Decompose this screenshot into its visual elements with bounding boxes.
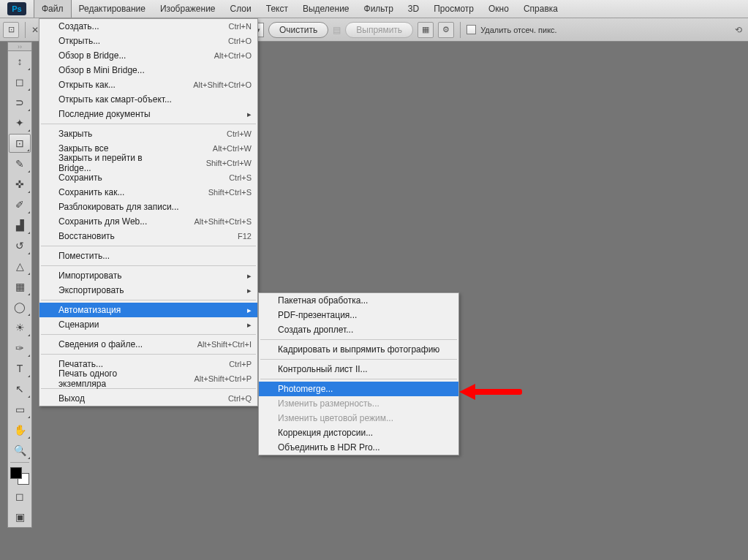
- file-menu-item-4[interactable]: Открыть как...Alt+Shift+Ctrl+O: [39, 77, 257, 92]
- file-menu-item-1[interactable]: Открыть...Ctrl+O: [39, 34, 257, 48]
- crop-mode-icon[interactable]: ✕: [31, 25, 39, 35]
- straighten-button[interactable]: Выпрямить: [345, 22, 413, 38]
- settings-gear-icon[interactable]: ⚙: [438, 22, 454, 38]
- zoom-tool[interactable]: 🔍: [9, 441, 31, 460]
- quickmask-toggle[interactable]: ◻: [9, 487, 31, 506]
- menu-item-shortcut: Alt+Shift+Ctrl+O: [164, 80, 252, 89]
- menu-item-label: Разблокировать для записи...: [58, 202, 179, 212]
- file-menu-item-6[interactable]: Последние документы: [39, 107, 257, 121]
- auto-menu-item-0[interactable]: Пакетная обработка...: [259, 293, 458, 308]
- history-brush-tool[interactable]: ↺: [9, 236, 31, 255]
- shape-tool[interactable]: ▭: [9, 400, 31, 419]
- menu-separator: [41, 354, 256, 355]
- grid-overlay-icon[interactable]: ▦: [418, 22, 434, 38]
- auto-menu-item-9: Изменить размерность...: [259, 396, 458, 411]
- auto-menu-item-4[interactable]: Кадрировать и выпрямить фотографию: [259, 342, 458, 357]
- menu-справка[interactable]: Справка: [516, 0, 565, 18]
- auto-menu-item-8[interactable]: Photomerge...: [259, 382, 458, 396]
- crop-tool[interactable]: ⊡: [9, 134, 31, 153]
- straighten-icon: ▤: [333, 25, 341, 35]
- file-menu-item-25[interactable]: Сведения о файле...Alt+Shift+Ctrl+I: [39, 337, 257, 352]
- menu-item-label: Сведения о файле...: [58, 339, 143, 349]
- menu-item-shortcut: Ctrl+P: [200, 360, 252, 368]
- menu-item-label: Экспортировать: [58, 285, 124, 295]
- auto-menu-item-2[interactable]: Создать дроплет...: [259, 322, 458, 337]
- file-menu-item-23[interactable]: Сценарии: [39, 317, 257, 332]
- file-menu-item-14[interactable]: Сохранить для Web...Alt+Shift+Ctrl+S: [39, 214, 257, 229]
- menu-item-label: Печатать...: [58, 359, 103, 369]
- menu-item-label: Коррекция дисторсии...: [278, 428, 373, 438]
- menu-изображение[interactable]: Изображение: [153, 0, 223, 18]
- type-tool[interactable]: T: [9, 359, 31, 378]
- file-menu-item-20[interactable]: Экспортировать: [39, 283, 257, 298]
- menu-separator: [260, 379, 457, 379]
- color-swatches[interactable]: [9, 466, 31, 486]
- file-menu-item-17[interactable]: Поместить...: [39, 249, 257, 263]
- auto-menu-item-12[interactable]: Объединить в HDR Pro...: [259, 440, 458, 455]
- hand-tool[interactable]: ✋: [9, 420, 31, 439]
- file-menu-item-19[interactable]: Импортировать: [39, 268, 257, 283]
- clear-button[interactable]: Очистить: [268, 22, 328, 38]
- straighten-button-label: Выпрямить: [356, 25, 402, 35]
- menu-выделение[interactable]: Выделение: [295, 0, 357, 18]
- brush-tool[interactable]: ✐: [9, 195, 31, 214]
- menu-item-label: Последние документы: [58, 109, 151, 119]
- auto-menu-item-11[interactable]: Коррекция дисторсии...: [259, 425, 458, 440]
- wand-tool[interactable]: ✦: [9, 113, 31, 132]
- file-menu-item-5[interactable]: Открыть как смарт-объект...: [39, 92, 257, 107]
- file-menu-item-3[interactable]: Обзор в Mini Bridge...: [39, 63, 257, 77]
- menu-item-shortcut: Ctrl+N: [200, 22, 252, 31]
- menu-item-label: Обзор в Mini Bridge...: [58, 65, 145, 75]
- auto-menu-item-1[interactable]: PDF-презентация...: [259, 308, 458, 322]
- blur-tool[interactable]: ◯: [9, 298, 31, 317]
- eyedropper-tool[interactable]: ✎: [9, 154, 31, 173]
- menu-separator: [41, 265, 256, 266]
- pen-tool[interactable]: ✑: [9, 338, 31, 357]
- menu-item-label: Закрыть все: [58, 143, 108, 154]
- menu-separator: [41, 300, 256, 300]
- marquee-tool[interactable]: ◻: [9, 72, 31, 91]
- heal-tool[interactable]: ✜: [9, 175, 31, 194]
- menu-item-label: Импортировать: [58, 270, 121, 281]
- menu-окно[interactable]: Окно: [481, 0, 516, 18]
- file-menu-item-22[interactable]: Автоматизация: [39, 303, 257, 317]
- delete-crop-checkbox[interactable]: [466, 25, 476, 34]
- menu-item-label: Закрыть: [58, 129, 92, 139]
- auto-menu-item-6[interactable]: Контрольный лист II...: [259, 362, 458, 377]
- file-menu-item-8[interactable]: ЗакрытьCtrl+W: [39, 126, 257, 141]
- file-menu-item-30[interactable]: ВыходCtrl+Q: [39, 391, 257, 406]
- menu-item-label: Пакетная обработка...: [278, 295, 368, 306]
- menu-3d[interactable]: 3D: [401, 0, 426, 18]
- toolbar-grip[interactable]: ››: [7, 42, 32, 50]
- gradient-tool[interactable]: ▦: [9, 277, 31, 296]
- eraser-tool[interactable]: △: [9, 257, 31, 276]
- file-menu-item-11[interactable]: СохранитьCtrl+S: [39, 170, 257, 185]
- file-menu-item-12[interactable]: Сохранить как...Shift+Ctrl+S: [39, 185, 257, 200]
- file-menu-item-10[interactable]: Закрыть и перейти в Bridge...Shift+Ctrl+…: [39, 156, 257, 170]
- menu-текст[interactable]: Текст: [259, 0, 295, 18]
- path-select-tool[interactable]: ↖: [9, 379, 31, 398]
- reset-icon[interactable]: ⟲: [732, 23, 745, 37]
- stamp-tool[interactable]: ▟: [9, 216, 31, 235]
- menu-фильтр[interactable]: Фильтр: [357, 0, 401, 18]
- dodge-tool[interactable]: ☀: [9, 318, 31, 337]
- automation-submenu: Пакетная обработка...PDF-презентация...С…: [258, 292, 459, 455]
- menu-редактирование[interactable]: Редактирование: [72, 0, 153, 18]
- menu-item-shortcut: Ctrl+W: [197, 129, 252, 138]
- separator: [460, 22, 461, 38]
- move-tool[interactable]: ↕: [9, 52, 31, 71]
- menu-файл[interactable]: Файл: [34, 0, 72, 18]
- lasso-tool[interactable]: ⊃: [9, 93, 31, 112]
- menu-item-label: Создать дроплет...: [278, 325, 353, 335]
- file-menu-item-2[interactable]: Обзор в Bridge...Alt+Ctrl+O: [39, 48, 257, 63]
- file-menu-item-0[interactable]: Создать...Ctrl+N: [39, 19, 257, 34]
- menu-просмотр[interactable]: Просмотр: [426, 0, 481, 18]
- menu-слои[interactable]: Слои: [223, 0, 259, 18]
- menu-item-label: Сохранить для Web...: [58, 216, 147, 227]
- file-menu-item-13[interactable]: Разблокировать для записи...: [39, 200, 257, 214]
- file-menu-item-15[interactable]: ВосстановитьF12: [39, 229, 257, 243]
- screenmode-toggle[interactable]: ▣: [9, 507, 31, 526]
- crop-preset-icon[interactable]: ⊡: [3, 22, 19, 38]
- file-menu-item-28[interactable]: Печать одного экземпляраAlt+Shift+Ctrl+P: [39, 371, 257, 386]
- menu-item-label: Автоматизация: [58, 305, 121, 315]
